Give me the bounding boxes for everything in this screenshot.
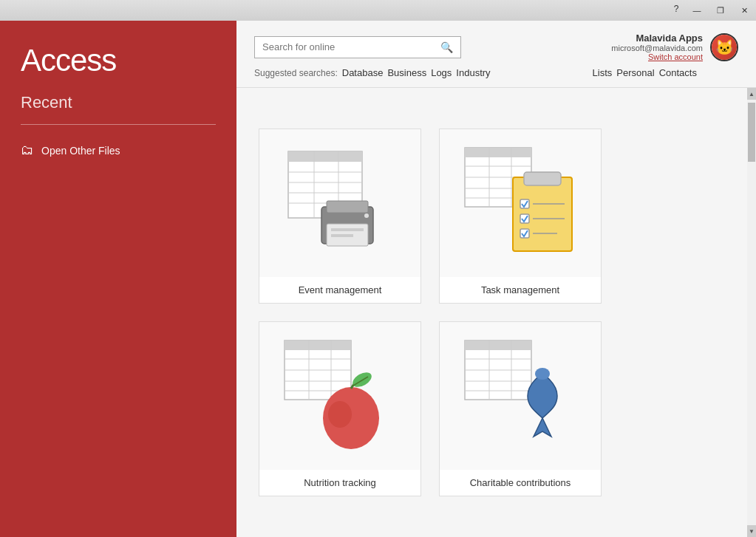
suggestion-database[interactable]: Database	[342, 67, 384, 78]
task-management-icon	[454, 137, 587, 270]
scroll-down-button[interactable]: ▼	[747, 525, 756, 537]
folder-icon: 🗂	[21, 143, 34, 158]
open-other-files-item[interactable]: 🗂 Open Other Files	[21, 140, 216, 161]
suggestion-industry[interactable]: Industry	[456, 67, 490, 78]
sidebar: Access Recent 🗂 Open Other Files	[0, 21, 236, 537]
close-icon: ✕	[741, 6, 748, 16]
template-preview-charitable-contributions	[440, 322, 601, 470]
open-other-files-label: Open Other Files	[41, 145, 120, 157]
suggestion-business[interactable]: Business	[387, 67, 426, 78]
svg-point-13	[364, 213, 369, 218]
suggestion-personal[interactable]: Personal	[616, 67, 654, 78]
suggested-searches: Suggested searches: Database Business Lo…	[254, 67, 738, 78]
search-box[interactable]: 🔍	[254, 36, 461, 58]
svg-rect-15	[465, 148, 531, 157]
svg-rect-9	[327, 201, 368, 213]
close-button[interactable]: ✕	[732, 0, 756, 21]
svg-rect-31	[285, 341, 351, 350]
template-label-charitable-contributions: Charitable contributions	[463, 470, 579, 496]
scrollbar[interactable]: ▲ ▼	[747, 88, 756, 537]
event-management-icon	[273, 137, 406, 270]
sidebar-divider	[21, 124, 216, 125]
template-label-task-management: Task management	[474, 277, 567, 303]
scroll-up-button[interactable]: ▲	[747, 88, 756, 100]
template-card-event-management[interactable]: Event management	[259, 129, 421, 304]
switch-account-link[interactable]: Switch account	[611, 52, 703, 61]
svg-rect-11	[331, 228, 364, 231]
suggestion-logs[interactable]: Logs	[431, 67, 452, 78]
top-bar: 🔍 Malavida Apps microsoft@malavida.com S…	[236, 21, 756, 88]
restore-button[interactable]: ❐	[709, 0, 732, 21]
suggestion-lists[interactable]: Lists	[593, 67, 613, 78]
svg-rect-12	[331, 234, 353, 237]
templates-area: Event management	[236, 88, 747, 537]
user-name: Malavida Apps	[611, 33, 703, 44]
suggested-label: Suggested searches:	[254, 68, 338, 78]
help-icon: ?	[674, 4, 679, 14]
svg-rect-1	[288, 151, 362, 162]
charitable-contributions-icon	[454, 329, 587, 462]
templates-grid: Event management	[259, 129, 602, 496]
help-button[interactable]: ?	[667, 0, 685, 18]
template-card-charitable-contributions[interactable]: Charitable contributions	[439, 321, 602, 496]
template-label-nutrition-tracking: Nutrition tracking	[296, 470, 384, 496]
svg-rect-42	[465, 341, 531, 350]
avatar: 🐱	[710, 33, 738, 61]
user-email: microsoft@malavida.com	[611, 44, 703, 52]
template-preview-event-management	[259, 129, 420, 277]
recent-label: Recent	[21, 93, 216, 112]
user-area: Malavida Apps microsoft@malavida.com Swi…	[611, 33, 738, 61]
template-preview-task-management	[440, 129, 601, 277]
nutrition-tracking-icon	[273, 329, 406, 462]
app-title: Access	[21, 43, 216, 78]
main-area: 🔍 Malavida Apps microsoft@malavida.com S…	[236, 21, 756, 537]
template-card-task-management[interactable]: Task management	[439, 129, 602, 304]
avatar-inner: 🐱	[712, 35, 737, 60]
minimize-icon: —	[693, 6, 701, 15]
template-card-nutrition-tracking[interactable]: Nutrition tracking	[259, 321, 421, 496]
scroll-thumb[interactable]	[748, 103, 755, 162]
user-info: Malavida Apps microsoft@malavida.com Swi…	[611, 33, 703, 61]
restore-icon: ❐	[717, 6, 724, 16]
svg-point-39	[328, 401, 352, 428]
suggestion-contacts[interactable]: Contacts	[659, 67, 697, 78]
svg-point-49	[535, 368, 550, 380]
minimize-button[interactable]: —	[685, 0, 709, 21]
template-label-event-management: Event management	[291, 277, 389, 303]
search-icon: 🔍	[440, 41, 453, 53]
svg-rect-23	[524, 172, 561, 185]
search-input[interactable]	[262, 41, 436, 52]
template-preview-nutrition-tracking	[259, 322, 420, 470]
